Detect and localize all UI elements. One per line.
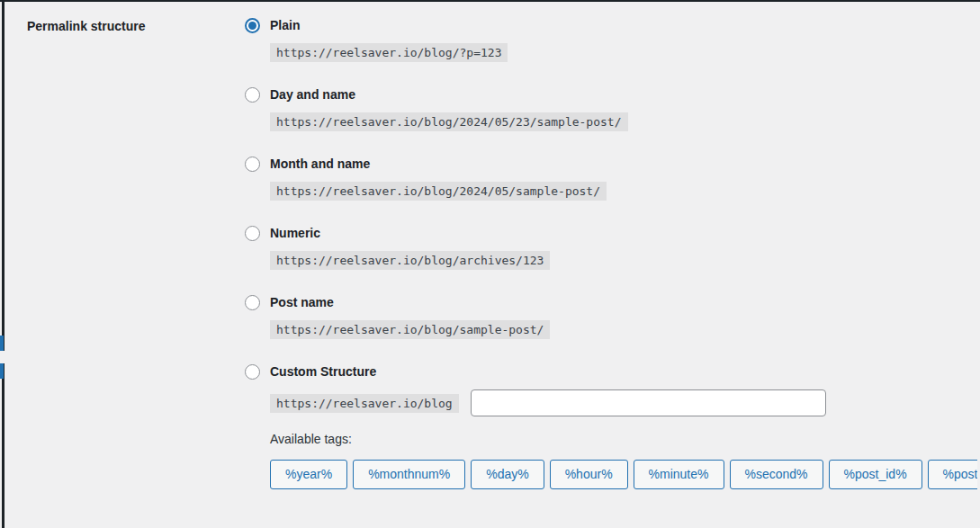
radio-label-month-name: Month and name (270, 157, 370, 171)
radio-label-post-name: Post name (270, 295, 334, 309)
permalink-example-month-name: https://reelsaver.io/blog/2024/05/sample… (270, 182, 607, 201)
radio-post-name[interactable] (245, 295, 260, 310)
available-tags-clip: %year% %monthnum% %day% %hour% %minute% … (270, 460, 977, 489)
admin-sidebar-highlight-1 (0, 336, 4, 351)
radio-plain[interactable] (245, 18, 260, 33)
radio-row-numeric[interactable]: Numeric (245, 224, 980, 242)
permalink-option-numeric: Numeric https://reelsaver.io/blog/archiv… (245, 224, 980, 270)
radio-month-name[interactable] (245, 157, 260, 172)
available-tags-row: %year% %monthnum% %day% %hour% %minute% … (270, 460, 977, 489)
tag-button-second[interactable]: %second% (730, 460, 823, 489)
radio-day-name[interactable] (245, 87, 260, 103)
permalink-option-day-name: Day and name https://reelsaver.io/blog/2… (245, 85, 980, 131)
tag-button-minute[interactable]: %minute% (634, 460, 724, 489)
radio-row-post-name[interactable]: Post name (245, 293, 980, 311)
custom-structure-input[interactable] (471, 389, 826, 416)
permalink-example-numeric: https://reelsaver.io/blog/archives/123 (270, 251, 550, 270)
radio-custom-structure[interactable] (245, 364, 260, 380)
permalink-option-plain: Plain https://reelsaver.io/blog/?p=123 (245, 16, 980, 62)
tag-button-postname[interactable]: %postname% (928, 460, 977, 489)
radio-label-custom: Custom Structure (270, 364, 376, 379)
admin-sidebar-highlight-2 (0, 363, 4, 379)
radio-label-day-name: Day and name (270, 87, 355, 102)
permalink-example-day-name: https://reelsaver.io/blog/2024/05/23/sam… (270, 112, 628, 131)
custom-structure-prefix: https://reelsaver.io/blog (270, 394, 459, 413)
permalink-example-post-name: https://reelsaver.io/blog/sample-post/ (270, 320, 550, 339)
tag-button-post-id[interactable]: %post_id% (829, 460, 922, 489)
admin-sidebar-edge (2, 0, 4, 528)
radio-label-numeric: Numeric (270, 226, 320, 240)
radio-row-day-name[interactable]: Day and name (245, 85, 980, 103)
admin-sidebar-edge-gap (2, 351, 4, 363)
tag-button-hour[interactable]: %hour% (550, 460, 628, 489)
radio-numeric[interactable] (245, 226, 260, 241)
available-tags-label: Available tags: (270, 432, 980, 446)
permalink-settings-page: { "page": { "label": "Permalink structur… (0, 0, 980, 528)
tag-button-day[interactable]: %day% (471, 460, 544, 489)
radio-label-plain: Plain (270, 18, 300, 32)
permalink-example-plain: https://reelsaver.io/blog/?p=123 (270, 43, 508, 62)
page-title: Permalink structure (27, 18, 234, 34)
radio-row-plain[interactable]: Plain (245, 16, 980, 34)
permalink-option-custom: Custom Structure https://reelsaver.io/bl… (245, 362, 980, 489)
permalink-options: Plain https://reelsaver.io/blog/?p=123 D… (245, 16, 980, 489)
permalink-option-post-name: Post name https://reelsaver.io/blog/samp… (245, 293, 980, 339)
permalink-option-month-name: Month and name https://reelsaver.io/blog… (245, 155, 980, 201)
tag-button-monthnum[interactable]: %monthnum% (353, 460, 465, 489)
radio-row-custom[interactable]: Custom Structure (245, 362, 980, 380)
radio-row-month-name[interactable]: Month and name (245, 155, 980, 173)
admin-top-edge (0, 0, 980, 2)
tag-button-year[interactable]: %year% (270, 460, 347, 489)
